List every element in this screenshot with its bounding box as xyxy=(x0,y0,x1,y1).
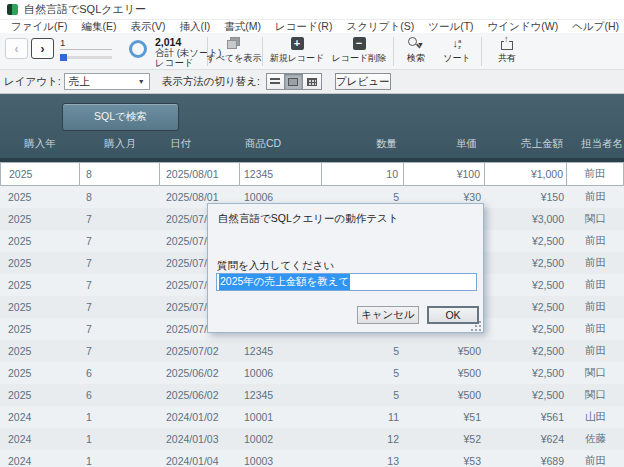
cell-staff-name[interactable]: 前田 xyxy=(567,340,624,362)
cell-purchase-year[interactable]: 2025 xyxy=(0,384,80,406)
cell-sales-amount[interactable]: ¥689 xyxy=(485,450,567,467)
cell-sales-amount[interactable]: ¥624 xyxy=(485,428,567,450)
menu-records[interactable]: レコード(R) xyxy=(268,20,339,34)
cell-date[interactable]: 2025/08/01 xyxy=(160,162,240,186)
cell-unit-price[interactable]: ¥53 xyxy=(404,450,485,467)
cancel-button[interactable]: キャンセル xyxy=(357,306,419,324)
cell-unit-price[interactable]: ¥500 xyxy=(404,384,485,406)
cell-purchase-month[interactable]: 7 xyxy=(80,318,160,340)
menu-file[interactable]: ファイル(F) xyxy=(4,20,74,34)
cell-purchase-month[interactable]: 7 xyxy=(80,252,160,274)
cell-quantity[interactable]: 11 xyxy=(322,406,404,428)
cell-purchase-year[interactable]: 2025 xyxy=(0,230,80,252)
show-all-button[interactable]: すべてを表示 xyxy=(210,37,258,65)
cell-staff-name[interactable]: 前田 xyxy=(567,274,624,296)
sort-button[interactable]: ↓az ソート xyxy=(440,37,474,65)
cell-purchase-month[interactable]: 8 xyxy=(80,162,160,186)
delete-record-button[interactable]: − レコード削除 xyxy=(330,37,388,65)
menu-scripts[interactable]: スクリプト(S) xyxy=(339,20,421,34)
previous-record-button[interactable]: ‹ xyxy=(5,38,28,59)
cell-purchase-year[interactable]: 2024 xyxy=(0,428,80,450)
cell-sales-amount[interactable]: ¥2,500 xyxy=(485,274,567,296)
cell-sales-amount[interactable]: ¥2,500 xyxy=(485,252,567,274)
cell-staff-name[interactable]: 関口 xyxy=(567,208,624,230)
cell-date[interactable]: 2024/01/02 xyxy=(160,406,240,428)
cell-staff-name[interactable]: 関口 xyxy=(567,384,624,406)
menu-edit[interactable]: 編集(E) xyxy=(74,20,123,34)
menu-window[interactable]: ウインドウ(W) xyxy=(481,20,566,34)
question-input[interactable]: 2025年の売上金額を教えて xyxy=(216,273,477,291)
menu-insert[interactable]: 挿入(I) xyxy=(172,20,217,34)
cell-product-cd[interactable]: 12345 xyxy=(240,384,322,406)
cell-staff-name[interactable]: 山田 xyxy=(567,406,624,428)
table-row[interactable]: 2024 1 2024/01/04 10003 13 ¥53 ¥689 前田 xyxy=(0,450,624,467)
cell-purchase-year[interactable]: 2025 xyxy=(0,252,80,274)
cell-product-cd[interactable]: 10006 xyxy=(240,362,322,384)
cell-quantity[interactable]: 13 xyxy=(322,450,404,467)
new-record-button[interactable]: + 新規レコード xyxy=(268,37,326,65)
cell-purchase-month[interactable]: 6 xyxy=(80,362,160,384)
preview-button[interactable]: プレビュー xyxy=(335,73,391,90)
list-view-button[interactable] xyxy=(285,74,303,89)
cell-staff-name[interactable]: 前田 xyxy=(567,450,624,467)
cell-staff-name[interactable]: 前田 xyxy=(567,252,624,274)
cell-staff-name[interactable]: 前田 xyxy=(567,296,624,318)
cell-sales-amount[interactable]: ¥2,500 xyxy=(485,230,567,252)
cell-date[interactable]: 2025/07/02 xyxy=(160,340,240,362)
menu-tools[interactable]: ツール(T) xyxy=(421,20,480,34)
cell-purchase-month[interactable]: 6 xyxy=(80,384,160,406)
cell-sales-amount[interactable]: ¥1,000 xyxy=(485,162,567,186)
table-row[interactable]: 2025 7 2025/07/02 12345 5 ¥500 ¥2,500 前田 xyxy=(0,340,624,362)
next-record-button[interactable]: › xyxy=(31,38,54,59)
cell-sales-amount[interactable]: ¥561 xyxy=(485,406,567,428)
cell-unit-price[interactable]: ¥100 xyxy=(404,162,485,186)
share-button[interactable]: ↑ 共有 xyxy=(490,37,524,65)
current-record-number[interactable]: 1 xyxy=(60,37,112,50)
cell-purchase-year[interactable]: 2024 xyxy=(0,406,80,428)
cell-purchase-year[interactable]: 2024 xyxy=(0,450,80,467)
cell-purchase-year[interactable]: 2025 xyxy=(0,296,80,318)
cell-staff-name[interactable]: 前田 xyxy=(567,162,624,186)
cell-sales-amount[interactable]: ¥2,500 xyxy=(485,362,567,384)
table-row[interactable]: 2025 8 2025/08/01 12345 10 ¥100 ¥1,000 前… xyxy=(0,162,624,186)
cell-product-cd[interactable]: 10002 xyxy=(240,428,322,450)
cell-purchase-month[interactable]: 7 xyxy=(80,340,160,362)
cell-product-cd[interactable]: 12345 xyxy=(240,340,322,362)
cell-quantity[interactable]: 5 xyxy=(322,362,404,384)
cell-purchase-month[interactable]: 1 xyxy=(80,450,160,467)
find-button[interactable]: ▼ 検索 xyxy=(399,37,433,65)
menu-help[interactable]: ヘルプ(H) xyxy=(565,20,624,34)
table-row[interactable]: 2025 6 2025/06/02 12345 5 ¥500 ¥2,500 関口 xyxy=(0,384,624,406)
cell-sales-amount[interactable]: ¥3,000 xyxy=(485,208,567,230)
cell-quantity[interactable]: 5 xyxy=(322,340,404,362)
table-view-button[interactable] xyxy=(303,74,321,89)
cell-purchase-month[interactable]: 7 xyxy=(80,208,160,230)
cell-purchase-year[interactable]: 2025 xyxy=(0,318,80,340)
cell-quantity[interactable]: 10 xyxy=(322,162,404,186)
table-row[interactable]: 2025 6 2025/06/02 10006 5 ¥500 ¥2,500 関口 xyxy=(0,362,624,384)
table-row[interactable]: 2024 1 2024/01/02 10001 11 ¥51 ¥561 山田 xyxy=(0,406,624,428)
cell-sales-amount[interactable]: ¥2,500 xyxy=(485,318,567,340)
cell-purchase-month[interactable]: 1 xyxy=(80,428,160,450)
layout-dropdown[interactable]: 売上 ▼ xyxy=(64,73,150,90)
cell-product-cd[interactable]: 10001 xyxy=(240,406,322,428)
cell-sales-amount[interactable]: ¥150 xyxy=(485,186,567,208)
cell-sales-amount[interactable]: ¥2,500 xyxy=(485,296,567,318)
form-view-button[interactable] xyxy=(267,74,285,89)
cell-date[interactable]: 2024/01/04 xyxy=(160,450,240,467)
cell-unit-price[interactable]: ¥51 xyxy=(404,406,485,428)
cell-purchase-year[interactable]: 2025 xyxy=(0,208,80,230)
menu-view[interactable]: 表示(V) xyxy=(123,20,172,34)
cell-staff-name[interactable]: 佐藤 xyxy=(567,428,624,450)
cell-sales-amount[interactable]: ¥2,500 xyxy=(485,340,567,362)
cell-staff-name[interactable]: 前田 xyxy=(567,318,624,340)
cell-unit-price[interactable]: ¥52 xyxy=(404,428,485,450)
cell-product-cd[interactable]: 10003 xyxy=(240,450,322,467)
menu-format[interactable]: 書式(M) xyxy=(217,20,268,34)
cell-quantity[interactable]: 12 xyxy=(322,428,404,450)
record-slider[interactable]: 1 xyxy=(60,37,112,59)
cell-quantity[interactable]: 5 xyxy=(322,384,404,406)
cell-date[interactable]: 2024/01/03 xyxy=(160,428,240,450)
table-row[interactable]: 2024 1 2024/01/03 10002 12 ¥52 ¥624 佐藤 xyxy=(0,428,624,450)
cell-purchase-month[interactable]: 8 xyxy=(80,186,160,208)
